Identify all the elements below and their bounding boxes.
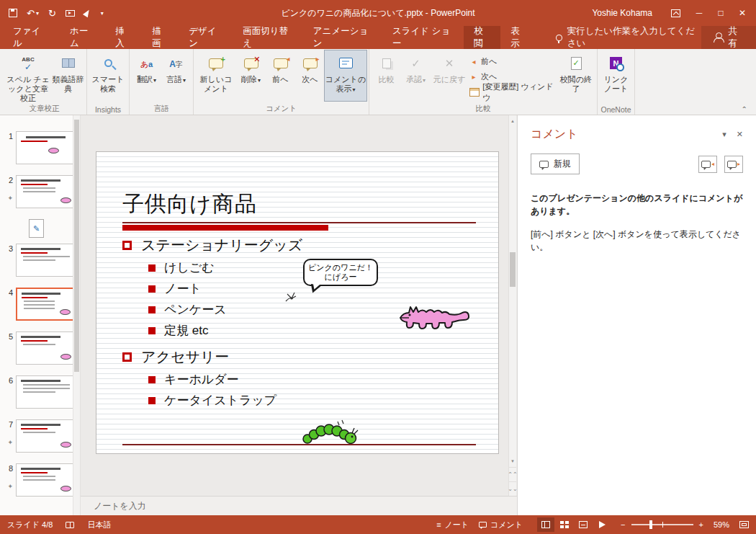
new-comment-button[interactable]: + 新しいコメント bbox=[196, 50, 236, 101]
tab-animations[interactable]: アニメーション bbox=[303, 26, 382, 49]
slide-title[interactable]: 子供向け商品 bbox=[122, 190, 257, 219]
fit-to-window-icon[interactable] bbox=[739, 521, 749, 528]
pane-close-icon[interactable]: ✕ bbox=[737, 130, 743, 139]
notes-input-bar[interactable]: ノートを入力 bbox=[81, 496, 517, 515]
previous-comment-button[interactable]: ◂ 前へ bbox=[266, 50, 295, 101]
end-review-button[interactable]: ✓ 校閲の終了 bbox=[557, 50, 595, 101]
bullet-text[interactable]: ペンケース bbox=[164, 301, 227, 318]
tab-review[interactable]: 校閲 bbox=[464, 26, 500, 49]
close-button[interactable]: ✕ bbox=[732, 0, 753, 26]
tab-slideshow[interactable]: スライド ショー bbox=[382, 26, 464, 49]
thumbnail-slide-1[interactable]: 1 bbox=[1, 131, 76, 164]
start-slideshow-button[interactable] bbox=[66, 10, 75, 17]
thumbnail-slide-5[interactable]: 5 bbox=[1, 331, 76, 365]
slide-7-thumbnail[interactable] bbox=[16, 419, 76, 453]
scrollbar-thumb[interactable] bbox=[510, 252, 516, 287]
customize-qat-button[interactable]: ▾ bbox=[99, 10, 104, 17]
bullet-text[interactable]: ノート bbox=[164, 280, 202, 297]
bullet-text[interactable]: ケータイストラップ bbox=[164, 392, 276, 409]
ribbon-display-options-button[interactable] bbox=[667, 0, 688, 26]
slide-4-thumbnail[interactable] bbox=[16, 288, 76, 321]
bullet-text[interactable]: キーホルダー bbox=[164, 371, 239, 388]
notes-toggle-button[interactable]: ≡ノート bbox=[436, 520, 469, 530]
thumbnail-slide-6[interactable]: 6 bbox=[1, 375, 76, 409]
thumbnail-slide-7[interactable]: 7✦ bbox=[1, 419, 76, 453]
slide-body-text[interactable]: ステーショナリーグッズ けしごむ ノート ペンケース 定規 etc アクセサリー… bbox=[122, 233, 302, 411]
previous-comment-pane-button[interactable]: ◂ bbox=[698, 156, 717, 173]
minimize-button[interactable]: ─ bbox=[688, 0, 710, 26]
slide-canvas[interactable]: 子供向け商品 ステーショナリーグッズ けしごむ ノート ペンケース 定規 etc… bbox=[96, 151, 499, 454]
zoom-slider-thumb[interactable] bbox=[649, 520, 652, 529]
delete-comment-button[interactable]: ✕ 削除▾ bbox=[236, 50, 266, 101]
thumbnail-slide-2[interactable]: 2✦ bbox=[1, 175, 76, 208]
undo-button[interactable]: ↶▾ bbox=[27, 8, 39, 19]
bullet-text[interactable]: アクセサリー bbox=[141, 347, 229, 367]
tab-view[interactable]: 表示 bbox=[500, 26, 537, 49]
previous-change-button[interactable]: ◂前へ bbox=[468, 55, 557, 68]
slide-2-thumbnail[interactable] bbox=[16, 175, 76, 208]
zoom-out-button[interactable]: − bbox=[621, 520, 625, 529]
thumbnail-scrollbar-thumb[interactable] bbox=[74, 120, 79, 372]
thumbnail-slide-3[interactable]: 3 bbox=[1, 244, 76, 277]
scroll-up-button[interactable]: ▲ bbox=[509, 115, 516, 127]
compare-button[interactable]: 比較 bbox=[372, 50, 401, 101]
fly-doodle[interactable] bbox=[284, 290, 300, 303]
tab-transitions[interactable]: 画面切り替え bbox=[233, 26, 303, 49]
previous-slide-button[interactable]: ⌃⌃ bbox=[509, 467, 516, 481]
tab-design[interactable]: デザイン bbox=[179, 26, 233, 49]
linked-notes-button[interactable]: N リンクノート bbox=[600, 50, 632, 101]
speech-bubble-callout[interactable]: ピンクのワニだ！ にげろー bbox=[303, 259, 378, 286]
slide-sorter-view-button[interactable] bbox=[556, 517, 573, 532]
slide-5-thumbnail[interactable] bbox=[16, 331, 76, 365]
comments-toggle-button[interactable]: コメント bbox=[479, 520, 523, 530]
new-comment-pane-button[interactable]: 新規 bbox=[531, 153, 580, 174]
slide-8-thumbnail[interactable] bbox=[16, 463, 76, 497]
thumbnail-slide-4[interactable]: 4 bbox=[1, 288, 76, 321]
collapse-ribbon-button[interactable]: ⌃ bbox=[742, 105, 747, 113]
touch-mouse-mode-button[interactable] bbox=[84, 9, 90, 17]
slide-vertical-scrollbar[interactable]: ▲ ▼ ⌃⌃ ⌄⌄ bbox=[508, 115, 516, 496]
thumbnail-slide-8[interactable]: 8✦ bbox=[1, 463, 76, 497]
show-comments-button[interactable]: コメントの表示▾ bbox=[325, 50, 366, 101]
scroll-down-button[interactable]: ▼ bbox=[509, 455, 516, 467]
tell-me-box[interactable]: 実行したい作業を入力してください bbox=[556, 26, 701, 49]
thesaurus-button[interactable]: 類義語辞典 bbox=[52, 50, 84, 101]
slide-3-thumbnail[interactable] bbox=[16, 244, 76, 277]
pink-crocodile-clipart[interactable] bbox=[399, 298, 471, 334]
next-comment-pane-button[interactable]: ▸ bbox=[724, 156, 743, 173]
bullet-text[interactable]: ステーショナリーグッズ bbox=[141, 236, 302, 255]
language-button[interactable]: A字 言語▾ bbox=[161, 50, 191, 101]
tab-insert[interactable]: 挿入 bbox=[105, 26, 142, 49]
slide-1-thumbnail[interactable] bbox=[16, 131, 76, 164]
zoom-in-button[interactable]: + bbox=[699, 520, 703, 529]
zoom-slider[interactable] bbox=[631, 524, 693, 525]
undo-caret-icon[interactable]: ▾ bbox=[36, 10, 39, 17]
maximize-button[interactable]: □ bbox=[710, 0, 732, 26]
save-button[interactable] bbox=[9, 9, 17, 17]
slideshow-view-button[interactable] bbox=[593, 517, 611, 532]
green-caterpillar-clipart[interactable] bbox=[300, 416, 361, 446]
share-button[interactable]: 共有 bbox=[701, 26, 756, 49]
reviewing-pane-button[interactable]: [変更履歴] ウィンドウ bbox=[468, 85, 557, 99]
reading-view-button[interactable] bbox=[575, 517, 592, 532]
language-indicator[interactable]: 日本語 bbox=[87, 520, 111, 530]
normal-view-button[interactable] bbox=[537, 517, 554, 532]
tab-draw[interactable]: 描画 bbox=[142, 26, 179, 49]
slide-6-thumbnail[interactable] bbox=[16, 375, 76, 409]
bullet-text[interactable]: けしごむ bbox=[164, 259, 215, 276]
reject-button[interactable]: ✕ 元に戻す bbox=[431, 50, 468, 101]
user-name[interactable]: Yoshie Kohama bbox=[592, 8, 652, 18]
next-slide-button[interactable]: ⌄⌄ bbox=[509, 481, 516, 496]
spelling-button[interactable]: ABC✓ スペル チェックと文章校正 bbox=[4, 50, 52, 103]
pane-options-caret-icon[interactable]: ▾ bbox=[722, 130, 726, 139]
redo-button[interactable]: ↻ bbox=[48, 8, 56, 19]
accept-button[interactable]: ✓ 承認▾ bbox=[401, 50, 431, 101]
smart-lookup-button[interactable]: スマート検索 bbox=[89, 50, 127, 101]
bullet-text[interactable]: 定規 etc bbox=[164, 322, 208, 339]
tab-file[interactable]: ファイル bbox=[0, 26, 60, 49]
thumbnail-scrollbar[interactable] bbox=[73, 115, 80, 515]
zoom-percentage[interactable]: 59% bbox=[714, 520, 729, 529]
tab-home[interactable]: ホーム bbox=[60, 26, 105, 49]
proofing-status-icon[interactable] bbox=[66, 522, 74, 528]
translate-button[interactable]: あa 翻訳▾ bbox=[132, 50, 161, 101]
